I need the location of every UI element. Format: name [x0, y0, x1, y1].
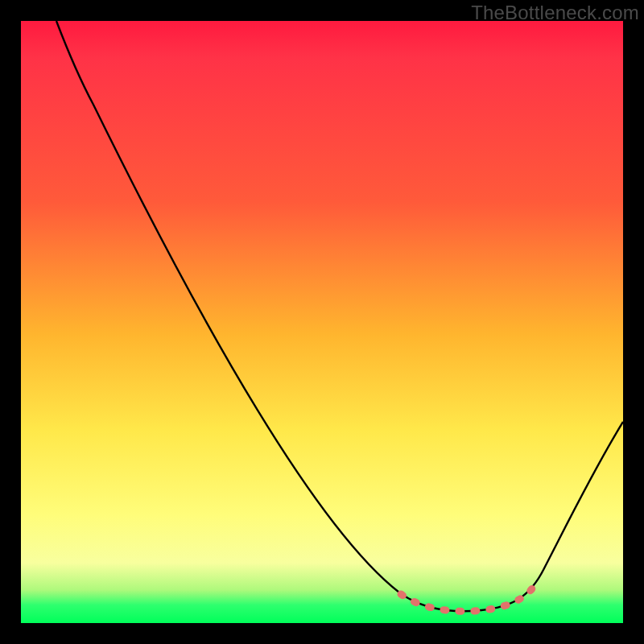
bottleneck-curve — [21, 21, 623, 623]
optimal-markers — [401, 588, 533, 611]
plot-area — [21, 21, 623, 623]
curve-line — [56, 21, 623, 611]
chart-frame: TheBottleneck.com — [0, 0, 644, 644]
